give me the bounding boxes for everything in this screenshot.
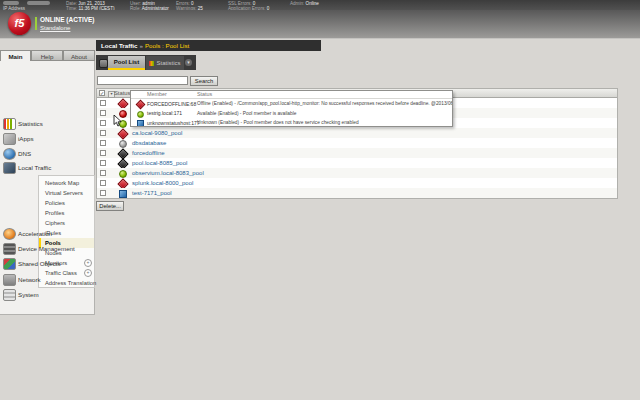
member-name: testrig.local:171 — [147, 110, 182, 116]
status-available-icon — [119, 170, 127, 178]
admin-label: Admin: — [290, 1, 304, 6]
sidebar-item-label: iApps — [18, 135, 33, 142]
tab-pool-list[interactable]: Pool List — [108, 56, 145, 70]
member-name: FORCEDOFFLINE:68 — [147, 101, 196, 107]
row-checkbox[interactable] — [100, 110, 106, 116]
status-indicator-icon — [35, 17, 37, 30]
pool-name-link[interactable]: dbsdatabase — [132, 140, 166, 146]
f5-logo-icon: f5 — [8, 12, 31, 35]
sidebar-tab-about[interactable]: About — [63, 50, 95, 61]
status-unknown-icon — [119, 190, 127, 198]
member-status-text: Unknown (Enabled) - Pool member does not… — [197, 120, 359, 125]
network-icon — [3, 274, 16, 286]
local-traffic-icon — [3, 162, 16, 174]
sidebar-item-local-traffic[interactable]: Local Traffic — [0, 162, 94, 176]
sidebar-item-profiles[interactable]: Profiles — [39, 208, 94, 218]
row-checkbox[interactable] — [100, 100, 106, 106]
standalone-link[interactable]: Standalone — [40, 25, 70, 31]
statistics-icon — [3, 118, 16, 130]
device-management-icon — [3, 243, 16, 255]
acceleration-icon — [3, 228, 16, 240]
redacted-hostname-value — [27, 1, 50, 5]
sidebar-item-network-map[interactable]: Network Map — [39, 178, 94, 188]
member-status-text: Available (Enabled) - Pool member is ava… — [197, 111, 296, 116]
sidebar-item-label: Statistics — [18, 120, 43, 127]
search-input[interactable] — [97, 76, 188, 85]
sidebar: Statistics iApps DNS Local Traffic Netwo… — [0, 61, 95, 315]
row-checkbox[interactable] — [100, 160, 106, 166]
table-row: pool.local-8085_pool — [97, 158, 617, 168]
breadcrumb: Local Traffic»Pools : Pool List — [96, 40, 321, 51]
dns-icon — [3, 148, 16, 160]
search-button[interactable]: Search — [190, 76, 218, 86]
shared-objects-icon — [3, 258, 16, 270]
sidebar-item-label: Acceleration — [18, 230, 52, 237]
top-info-strip: IP Address Date: Jun 21, 2013 Time: 11:3… — [0, 0, 640, 10]
sidebar-item-iapps[interactable]: iApps — [0, 133, 94, 147]
sidebar-tab-main[interactable]: Main — [0, 50, 31, 61]
pool-name-link[interactable]: forcedoffline — [132, 150, 165, 156]
sidebar-item-label: Shared Objects — [18, 260, 61, 267]
sidebar-item-network[interactable]: Network — [0, 274, 94, 288]
member-status-popup: Member Status FORCEDOFFLINE:68 Offline (… — [130, 90, 453, 127]
tab-statistics[interactable]: Statistics — [146, 56, 184, 70]
sidebar-item-label: Network — [18, 276, 41, 283]
popup-status-header: Status — [197, 91, 212, 97]
device-status: ONLINE (ACTIVE) — [40, 16, 95, 23]
popup-row: testrig.local:171 Available (Enabled) - … — [131, 109, 452, 119]
chart-icon — [149, 61, 154, 66]
sidebar-item-device-management[interactable]: Device Management — [0, 243, 94, 257]
bigip-admin-screen: IP Address Date: Jun 21, 2013 Time: 11:3… — [0, 0, 640, 400]
row-checkbox[interactable] — [100, 120, 106, 126]
sidebar-item-virtual-servers[interactable]: Virtual Servers — [39, 188, 94, 198]
member-status-text: Offline (Enabled) - /Common/app_pool.loc… — [197, 101, 453, 106]
pool-name-link[interactable]: test-7171_pool — [132, 190, 172, 196]
sidebar-item-ciphers[interactable]: Ciphers — [39, 218, 94, 228]
pool-name-link[interactable]: observium.local-8083_pool — [132, 170, 204, 176]
status-column-header: Status — [114, 90, 130, 96]
popup-row: FORCEDOFFLINE:68 Offline (Enabled) - /Co… — [131, 99, 452, 109]
sidebar-item-statistics[interactable]: Statistics — [0, 118, 94, 132]
sidebar-item-label: Device Management — [18, 245, 75, 252]
table-row: splunk.local-8000_pool — [97, 178, 617, 188]
system-icon — [3, 289, 16, 301]
row-checkbox[interactable] — [100, 150, 106, 156]
pool-name-link[interactable]: ca.local-9080_pool — [132, 130, 182, 136]
status-available-icon — [137, 111, 144, 118]
sidebar-item-shared-objects[interactable]: Shared Objects — [0, 258, 94, 272]
sidebar-item-label: System — [18, 291, 39, 298]
pin-icon — [99, 59, 108, 68]
chevron-circle-icon[interactable]: ▾ — [185, 59, 192, 66]
popup-row: unknownstatushost:177 Unknown (Enabled) … — [131, 118, 452, 127]
pool-name-link[interactable]: pool.local-8085_pool — [132, 160, 187, 166]
table-row: test-7171_pool — [97, 188, 617, 198]
banner: f5 ONLINE (ACTIVE) Standalone — [0, 10, 640, 39]
pool-name-link[interactable]: splunk.local-8000_pool — [132, 180, 193, 186]
sidebar-tab-help[interactable]: Help — [31, 50, 63, 61]
row-checkbox[interactable] — [100, 170, 106, 176]
tab-statistics-label: Statistics — [156, 60, 180, 66]
sidebar-item-dns[interactable]: DNS — [0, 148, 94, 162]
member-name: unknownstatushost:177 — [147, 120, 200, 126]
sidebar-item-label: Local Traffic — [18, 164, 51, 171]
row-checkbox[interactable] — [100, 190, 106, 196]
table-row: forcedoffline — [97, 148, 617, 158]
sidebar-item-policies[interactable]: Policies — [39, 198, 94, 208]
breadcrumb-section: Local Traffic — [101, 42, 137, 49]
table-row: ca.local-9080_pool — [97, 128, 617, 138]
sidebar-item-acceleration[interactable]: Acceleration — [0, 228, 94, 242]
delete-button[interactable]: Delete... — [96, 201, 124, 211]
row-checkbox[interactable] — [100, 180, 106, 186]
table-row: observium.local-8083_pool — [97, 168, 617, 178]
sidebar-item-label: DNS — [18, 150, 31, 157]
popup-member-header: Member — [147, 91, 167, 97]
sidebar-item-system[interactable]: System — [0, 289, 94, 303]
breadcrumb-separator: » — [139, 42, 142, 49]
redacted-hostname — [3, 1, 19, 5]
mouse-cursor-icon — [113, 115, 123, 127]
row-checkbox[interactable] — [100, 130, 106, 136]
table-row: dbsdatabase — [97, 138, 617, 148]
row-checkbox[interactable] — [100, 140, 106, 146]
select-all-checkbox[interactable]: ✓ — [99, 90, 105, 96]
iapps-icon — [3, 133, 16, 145]
